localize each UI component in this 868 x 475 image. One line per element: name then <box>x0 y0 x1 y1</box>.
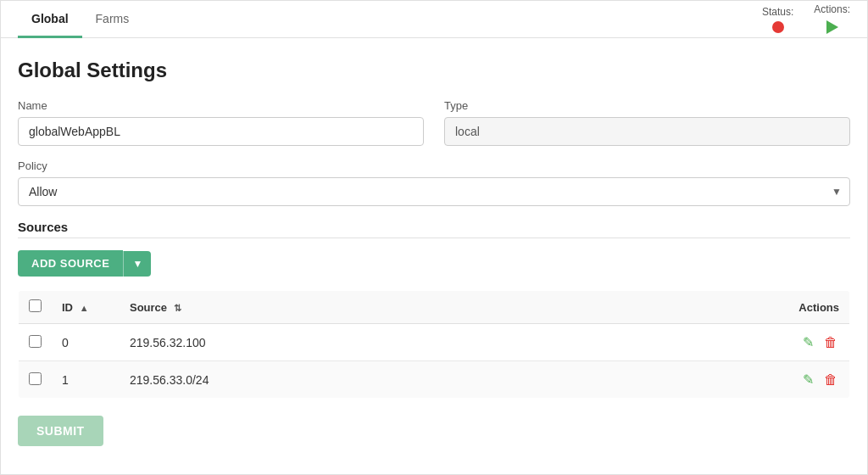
policy-select-wrapper: Allow Deny ▼ <box>18 177 850 206</box>
edit-icon-1: ✎ <box>803 372 814 387</box>
header-actions: Actions <box>572 291 850 324</box>
actions-group: Actions: <box>814 3 850 36</box>
play-button[interactable] <box>825 19 840 36</box>
table-header-row: ID ▲ Source ⇅ Actions <box>19 291 850 324</box>
select-all-checkbox[interactable] <box>29 299 42 312</box>
add-source-btn-group: ADD SOURCE ▼ <box>18 250 850 277</box>
policy-row: Policy Allow Deny ▼ <box>18 159 850 206</box>
sources-tbody: 0 219.56.32.100 ✎ 🗑 1 219.56.33.0/24 <box>19 324 850 399</box>
row-checkbox-1[interactable] <box>29 372 42 385</box>
delete-button-0[interactable]: 🗑 <box>822 332 839 352</box>
row-source-0: 219.56.32.100 <box>120 324 572 361</box>
submit-area: SUBMIT <box>18 416 850 446</box>
header-source: Source ⇅ <box>120 291 572 324</box>
row-actions-cell-1: ✎ 🗑 <box>572 361 850 399</box>
policy-group: Policy Allow Deny ▼ <box>18 159 850 206</box>
row-checkbox-cell <box>19 324 53 361</box>
status-actions-area: Status: Actions: <box>762 3 850 36</box>
page-title: Global Settings <box>18 59 850 82</box>
name-type-row: Name Type <box>18 99 850 146</box>
row-actions-cell-0: ✎ 🗑 <box>572 324 850 361</box>
edit-button-0[interactable]: ✎ <box>801 332 815 352</box>
row-source-1: 219.56.33.0/24 <box>120 361 572 399</box>
policy-label: Policy <box>18 159 850 172</box>
status-group: Status: <box>762 6 793 33</box>
name-group: Name <box>18 99 424 146</box>
source-sort-icon: ⇅ <box>174 303 181 313</box>
content-area: Global Settings Name Type Policy Allow D… <box>1 38 867 475</box>
row-id-0: 0 <box>52 324 120 361</box>
submit-button[interactable]: SUBMIT <box>18 416 103 446</box>
table-row: 0 219.56.32.100 ✎ 🗑 <box>19 324 850 361</box>
delete-icon-1: 🗑 <box>824 372 837 387</box>
id-sort-icon: ▲ <box>80 303 89 313</box>
edit-icon-0: ✎ <box>803 335 814 349</box>
sources-title: Sources <box>18 220 850 234</box>
type-input <box>444 117 850 146</box>
name-label: Name <box>18 99 424 112</box>
row-checkbox-0[interactable] <box>29 335 42 348</box>
header-checkbox-cell <box>19 291 53 324</box>
delete-button-1[interactable]: 🗑 <box>822 370 839 389</box>
row-actions-0: ✎ 🗑 <box>582 332 839 352</box>
row-actions-1: ✎ 🗑 <box>582 370 839 389</box>
status-label: Status: <box>762 6 793 18</box>
edit-button-1[interactable]: ✎ <box>801 370 815 389</box>
add-source-button[interactable]: ADD SOURCE <box>18 250 123 277</box>
add-source-dropdown-button[interactable]: ▼ <box>123 251 151 277</box>
row-checkbox-cell <box>19 361 53 399</box>
row-id-1: 1 <box>52 361 120 399</box>
name-input[interactable] <box>18 117 424 146</box>
policy-select[interactable]: Allow Deny <box>18 177 850 206</box>
tabs-bar: Global Farms Status: Actions: <box>1 1 867 38</box>
main-container: Global Farms Status: Actions: Global Set… <box>0 0 868 475</box>
sources-section: Sources ADD SOURCE ▼ ID <box>18 220 850 399</box>
tab-farms[interactable]: Farms <box>82 2 143 38</box>
type-label: Type <box>444 99 850 112</box>
sources-table: ID ▲ Source ⇅ Actions 0 219.56.32. <box>18 290 850 399</box>
type-group: Type <box>444 99 850 146</box>
status-indicator <box>772 21 784 33</box>
table-row: 1 219.56.33.0/24 ✎ 🗑 <box>19 361 850 399</box>
delete-icon-0: 🗑 <box>824 335 837 349</box>
tab-global[interactable]: Global <box>18 2 82 38</box>
actions-label: Actions: <box>814 3 850 15</box>
header-id: ID ▲ <box>52 291 120 324</box>
play-icon <box>826 20 838 34</box>
sources-divider <box>18 238 850 238</box>
